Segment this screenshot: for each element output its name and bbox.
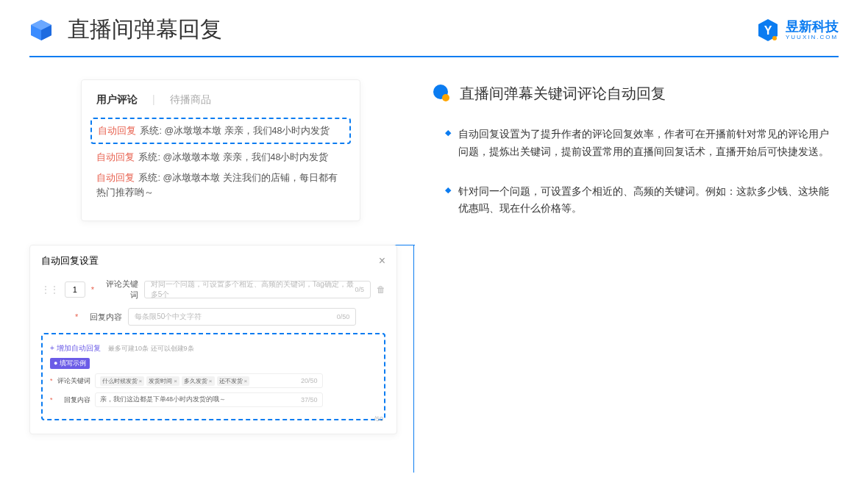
bullet-item: 针对同一个问题，可设置多个相近的、高频的关键词。例如：这款多少钱、这块能优惠吗、… — [445, 183, 839, 218]
chips: 什么时候发货 发货时间 多久发货 还不发货 — [100, 376, 250, 386]
tab-user-comments[interactable]: 用户评论 — [96, 93, 138, 107]
example-box: + 增加自动回复 最多可建10条 还可以创建9条 ● 填写示例 * 评论关键词 … — [41, 333, 385, 420]
chat-bubble-icon — [430, 83, 451, 104]
svg-point-7 — [442, 94, 449, 101]
content-input[interactable]: 每条限50个中文字符 0/50 — [128, 308, 356, 326]
index-box: 1 — [65, 281, 85, 298]
bullet-item: 自动回复设置为了提升作者的评论回复效率，作者可在开播前针对常见的评论用户问题，提… — [445, 126, 839, 161]
comment-text: 系统: @冰墩墩本墩 亲亲，我们48小时内发货 — [138, 152, 328, 162]
required-icon: * — [75, 312, 78, 321]
chip[interactable]: 发货时间 — [146, 376, 179, 386]
auto-reply-tag: 自动回复 — [96, 152, 135, 162]
comment-text: 系统: @冰墩墩本墩 亲亲，我们48小时内发货 — [140, 126, 330, 136]
comments-panel: 用户评论 | 待播商品 自动回复 系统: @冰墩墩本墩 亲亲，我们48小时内发货… — [81, 79, 360, 221]
drag-handle-icon[interactable]: ⋮⋮ — [41, 284, 59, 295]
auto-reply-tag: 自动回复 — [98, 126, 136, 136]
brand: Y 昱新科技 YUUXIN.COM — [756, 18, 839, 42]
left-column: 用户评论 | 待播商品 自动回复 系统: @冰墩墩本墩 亲亲，我们48小时内发货… — [29, 79, 408, 240]
keyword-input[interactable]: 对同一个问题，可设置多个相近、高频的关键词，Tag确定，最多5个 0/5 — [144, 281, 371, 298]
ex-content-input[interactable]: 亲，我们这边都是下单48小时内发货的哦～ 37/50 — [95, 392, 323, 407]
svg-point-5 — [772, 36, 777, 40]
required-icon: * — [50, 377, 53, 384]
brand-name: 昱新科技 — [786, 19, 839, 34]
connector-line — [413, 245, 414, 473]
auto-reply-tag: 自动回复 — [96, 173, 135, 183]
ex-keyword-label: 评论关键词 — [57, 376, 90, 386]
required-icon: * — [50, 396, 53, 403]
comment-row: 自动回复 系统: @冰墩墩本墩 亲亲，我们48小时内发货 — [90, 118, 351, 144]
chip[interactable]: 什么时候发货 — [100, 376, 145, 386]
settings-panel: 自动回复设置 × ⋮⋮ 1 * 评论关键词 对同一个问题，可设置多个相近、高频的… — [29, 245, 397, 434]
example-tag: ● 填写示例 — [50, 358, 90, 369]
ex-keyword-input[interactable]: 什么时候发货 发货时间 多久发货 还不发货 20/50 — [95, 373, 323, 388]
settings-title: 自动回复设置 — [41, 254, 99, 268]
svg-text:Y: Y — [764, 24, 772, 37]
chip[interactable]: 多久发货 — [182, 376, 215, 386]
delete-icon[interactable]: 🗑 — [377, 284, 385, 295]
brand-icon: Y — [756, 18, 780, 42]
section-title: 直播间弹幕关键词评论自动回复 — [460, 84, 666, 104]
right-column: 直播间弹幕关键词评论自动回复 自动回复设置为了提升作者的评论回复效率，作者可在开… — [430, 79, 839, 240]
cube-icon — [29, 18, 53, 42]
page-title: 直播间弹幕回复 — [68, 15, 222, 45]
header: 直播间弹幕回复 — [0, 0, 868, 45]
close-icon[interactable]: × — [379, 254, 385, 268]
content-label: 回复内容 — [84, 312, 122, 323]
chip[interactable]: 还不发货 — [217, 376, 250, 386]
comment-row: 自动回复 系统: @冰墩墩本墩 关注我们的店铺，每日都有热门推荐哟～ — [96, 171, 345, 200]
comment-row: 自动回复 系统: @冰墩墩本墩 亲亲，我们48小时内发货 — [96, 150, 345, 165]
outside-count: /50 — [374, 415, 383, 423]
keyword-label: 评论关键词 — [100, 279, 138, 301]
add-hint: 最多可建10条 还可以创建9条 — [108, 345, 194, 352]
tabs: 用户评论 | 待播商品 — [96, 93, 345, 107]
add-reply-link[interactable]: + 增加自动回复 — [50, 344, 101, 352]
required-icon: * — [91, 285, 94, 294]
ex-content-label: 回复内容 — [57, 395, 90, 405]
tab-separator: | — [152, 93, 155, 107]
tab-pending-products[interactable]: 待播商品 — [170, 93, 211, 107]
brand-sub: YUUXIN.COM — [786, 34, 839, 40]
